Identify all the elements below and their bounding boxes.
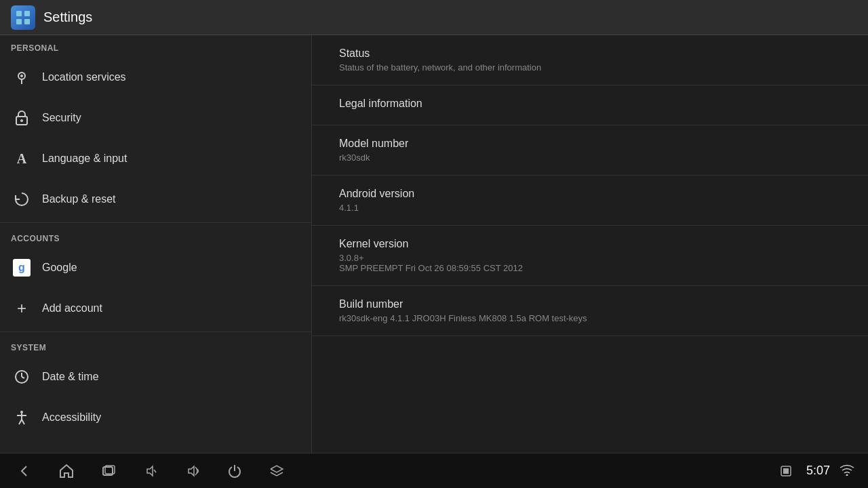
svg-rect-0 xyxy=(16,11,22,16)
sidebar-item-label: Location services xyxy=(42,71,126,83)
layers-button[interactable] xyxy=(266,460,288,482)
lock-icon xyxy=(11,107,33,129)
row-subtitle: 3.0.8+ SMP PREEMPT Fri Oct 26 08:59:55 C… xyxy=(339,253,841,273)
wifi-icon xyxy=(840,464,854,478)
volume-down-button[interactable] xyxy=(140,460,161,482)
navbar: 5:07 xyxy=(0,453,868,488)
row-title: Model number xyxy=(339,138,841,150)
content-row-kernel[interactable]: Kernel version 3.0.8+ SMP PREEMPT Fri Oc… xyxy=(312,226,868,286)
status-bar: 5:07 xyxy=(775,460,854,482)
app-title: Settings xyxy=(43,9,92,25)
section-header-personal: PERSONAL xyxy=(0,35,311,57)
content-row-model[interactable]: Model number rk30sdk xyxy=(312,125,868,176)
svg-line-11 xyxy=(22,377,24,378)
row-title: Build number xyxy=(339,298,841,310)
svg-marker-20 xyxy=(60,465,73,477)
sidebar-item-google[interactable]: g Google xyxy=(0,247,311,288)
location-icon xyxy=(11,66,33,88)
accessibility-icon xyxy=(11,407,33,428)
clock: 5:07 xyxy=(806,464,830,478)
sidebar-item-label: Accessibility xyxy=(42,411,101,424)
row-title: Status xyxy=(339,47,841,60)
svg-point-8 xyxy=(20,119,23,122)
svg-point-5 xyxy=(20,75,23,77)
content-panel: Status Status of the battery, network, a… xyxy=(312,35,868,453)
sidebar-item-backup[interactable]: Backup & reset xyxy=(0,179,311,220)
sidebar-item-add-account[interactable]: + Add account xyxy=(0,288,311,329)
home-button[interactable] xyxy=(56,460,77,482)
sidebar-item-label: Google xyxy=(42,262,77,274)
add-icon: + xyxy=(11,298,33,319)
notification-icon xyxy=(775,460,797,482)
svg-rect-3 xyxy=(24,19,30,24)
row-subtitle: rk30sdk xyxy=(339,152,841,163)
developer-icon: { } xyxy=(11,447,33,453)
sidebar-item-label: Date & time xyxy=(42,371,99,383)
sidebar-item-label: Add account xyxy=(42,302,102,314)
sidebar-item-accessibility[interactable]: Accessibility xyxy=(0,397,311,438)
row-subtitle: rk30sdk-eng 4.1.1 JRO03H Finless MK808 1… xyxy=(339,313,841,323)
sidebar-item-developer[interactable]: { } Developer options xyxy=(0,438,311,453)
nav-buttons-left xyxy=(14,460,288,482)
clock-icon xyxy=(11,366,33,388)
volume-up-button[interactable] xyxy=(182,460,203,482)
sidebar-item-location[interactable]: Location services xyxy=(0,57,311,98)
svg-line-24 xyxy=(154,470,156,472)
svg-rect-1 xyxy=(24,11,30,16)
row-subtitle: Status of the battery, network, and othe… xyxy=(339,62,841,73)
sidebar-item-security[interactable]: Security xyxy=(0,98,311,138)
section-header-accounts: ACCOUNTS xyxy=(0,226,311,247)
divider-accounts xyxy=(0,222,311,223)
google-icon: g xyxy=(11,257,33,279)
row-title: Android version xyxy=(339,188,841,200)
sidebar-item-datetime[interactable]: Date & time xyxy=(0,357,311,397)
svg-rect-28 xyxy=(783,468,789,474)
sidebar-item-language[interactable]: A Language & input xyxy=(0,138,311,179)
language-icon: A xyxy=(11,148,33,169)
sidebar-item-label: Language & input xyxy=(42,152,127,165)
topbar: Settings xyxy=(0,0,868,35)
sidebar: PERSONAL Location services Security xyxy=(0,35,312,453)
svg-line-15 xyxy=(19,420,22,424)
backup-icon xyxy=(11,188,33,210)
divider-system xyxy=(0,331,311,332)
back-button[interactable] xyxy=(14,460,35,482)
sidebar-item-label: Backup & reset xyxy=(42,193,116,205)
svg-rect-2 xyxy=(16,19,22,24)
power-button[interactable] xyxy=(224,460,245,482)
app-icon xyxy=(11,5,35,30)
sidebar-item-label: Developer options xyxy=(42,452,130,453)
svg-point-29 xyxy=(846,474,848,476)
content-row-status[interactable]: Status Status of the battery, network, a… xyxy=(312,35,868,85)
row-title: Kernel version xyxy=(339,238,841,250)
row-subtitle: 4.1.1 xyxy=(339,203,841,213)
content-row-build[interactable]: Build number rk30sdk-eng 4.1.1 JRO03H Fi… xyxy=(312,286,868,336)
svg-point-12 xyxy=(20,411,23,413)
content-row-android-version[interactable]: Android version 4.1.1 xyxy=(312,176,868,226)
section-header-system: SYSTEM xyxy=(0,335,311,357)
sidebar-item-label: Security xyxy=(42,112,81,124)
svg-marker-25 xyxy=(189,466,194,476)
row-title: Legal information xyxy=(339,98,841,110)
svg-line-16 xyxy=(22,420,24,424)
svg-marker-23 xyxy=(147,466,153,476)
content-row-legal[interactable]: Legal information xyxy=(312,85,868,125)
main-layout: PERSONAL Location services Security xyxy=(0,35,868,453)
recents-button[interactable] xyxy=(98,460,119,482)
